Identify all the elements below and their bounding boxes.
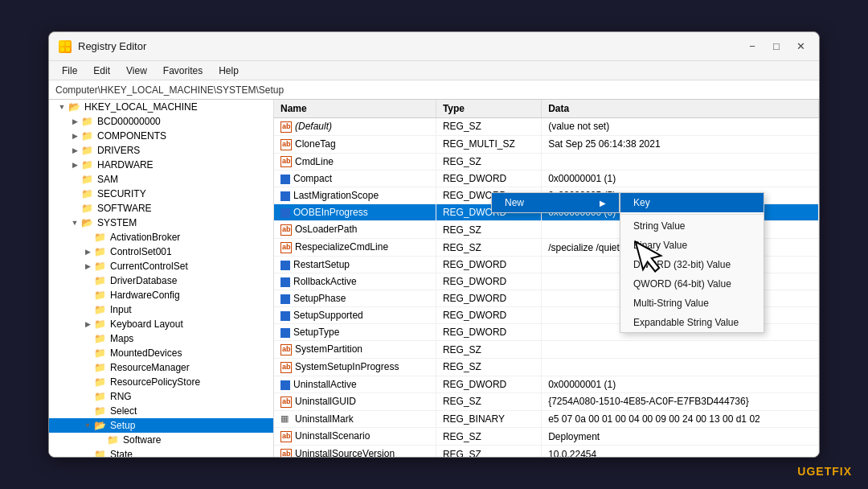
menu-edit[interactable]: Edit — [87, 64, 117, 78]
tree-item-maps[interactable]: Maps — [49, 331, 273, 346]
tree-item-activationbroker[interactable]: ActivationBroker — [49, 230, 273, 244]
tree-item-bcd[interactable]: ▶ BCD00000000 — [49, 114, 273, 129]
chevron-right-icon: ▶ — [81, 262, 94, 270]
table-row[interactable]: abUninstallSourceVersionREG_SZ10.0.22454 — [274, 446, 819, 457]
reg-value-data — [542, 153, 819, 171]
submenu-item-multi-string[interactable]: Multi-String Value — [620, 294, 764, 313]
tree-item-security[interactable]: SECURITY — [49, 187, 273, 201]
tree-item-system[interactable]: ▼ SYSTEM — [49, 216, 273, 230]
context-menu-item-new[interactable]: New ▶ — [492, 193, 619, 212]
registry-editor-window: Registry Editor − □ ✕ File Edit View Fav… — [48, 31, 820, 458]
tree-item-state[interactable]: State — [49, 447, 273, 457]
submenu-label-key: Key — [633, 197, 650, 208]
reg-value-type: REG_SZ — [436, 239, 541, 257]
submenu-item-dword-value[interactable]: DWORD (32-bit) Value — [620, 255, 764, 274]
table-row[interactable]: abCmdLineREG_SZ — [274, 153, 819, 171]
svg-rect-3 — [66, 47, 70, 51]
spacer-icon — [81, 378, 94, 386]
tree-item-keyboardlayout[interactable]: ▶ Keyboard Layout — [49, 317, 273, 331]
reg-value-name: SetupType — [274, 324, 436, 341]
reg-binary-icon: ▦ — [280, 413, 292, 425]
submenu-label-multi-string: Multi-String Value — [633, 298, 709, 309]
submenu-item-binary-value[interactable]: Binary Value — [620, 236, 764, 255]
reg-value-data: 0x00000001 (1) — [542, 376, 819, 392]
table-row[interactable]: ab(Default)REG_SZ(value not set) — [274, 118, 819, 136]
tree-item-hardwareconfig[interactable]: HardwareConfig — [49, 288, 273, 302]
maximize-button[interactable]: □ — [768, 38, 785, 55]
minimize-button[interactable]: − — [743, 38, 761, 55]
close-button[interactable]: ✕ — [792, 38, 809, 55]
tree-item-hardware[interactable]: ▶ HARDWARE — [49, 158, 273, 172]
table-row[interactable]: abUninstallGUIDREG_SZ{7254A080-1510-4E85… — [274, 392, 819, 410]
svg-rect-0 — [60, 42, 64, 46]
chevron-right-icon: ▶ — [81, 320, 94, 328]
tree-item-sam[interactable]: SAM — [49, 172, 273, 187]
menu-favorites[interactable]: Favorites — [157, 64, 209, 78]
folder-icon — [81, 130, 94, 142]
reg-value-type: REG_SZ — [436, 358, 541, 376]
tree-item-hklm[interactable]: ▼ HKEY_LOCAL_MACHINE — [49, 100, 273, 114]
tree-item-setup[interactable]: ▼ Setup — [49, 418, 273, 433]
table-row[interactable]: CompactREG_DWORD0x00000001 (1) — [274, 171, 819, 187]
reg-value-name: ab(Default) — [274, 118, 436, 136]
table-row[interactable]: abUninstallScenarioREG_SZDeployment — [274, 428, 819, 446]
submenu-item-string-value[interactable]: String Value — [620, 216, 764, 236]
tree-item-resourcemanager[interactable]: ResourceManager — [49, 360, 273, 375]
tree-item-software[interactable]: SOFTWARE — [49, 201, 273, 216]
reg-string-icon: ab — [280, 397, 292, 408]
tree-label-security: SECURITY — [97, 188, 146, 199]
reg-value-data: e5 07 0a 00 01 00 04 00 09 00 24 00 13 0… — [542, 410, 819, 428]
tree-item-drivers[interactable]: ▶ DRIVERS — [49, 143, 273, 158]
reg-value-name: SetupPhase — [274, 290, 436, 307]
reg-dword-icon — [280, 191, 290, 201]
table-row[interactable]: abSystemPartitionREG_SZ — [274, 341, 819, 359]
tree-item-software-sub[interactable]: Software — [49, 433, 273, 447]
tree-item-currentcontrolset[interactable]: ▶ CurrentControlSet — [49, 259, 273, 273]
folder-icon — [94, 318, 107, 330]
reg-value-name: RollbackActive — [274, 273, 436, 290]
reg-value-name: ▦UninstallMark — [274, 410, 436, 428]
table-row[interactable]: abSystemSetupInProgressREG_SZ — [274, 358, 819, 376]
table-row[interactable]: ▦UninstallMarkREG_BINARYe5 07 0a 00 01 0… — [274, 410, 819, 428]
folder-open-icon — [94, 420, 107, 431]
chevron-right-icon: ▶ — [68, 146, 81, 154]
menu-help[interactable]: Help — [212, 64, 245, 78]
folder-icon — [94, 333, 107, 344]
table-row[interactable]: abCloneTagREG_MULTI_SZSat Sep 25 06:14:3… — [274, 135, 819, 153]
reg-value-data: {7254A080-1510-4E85-AC0F-E7FB3D444736} — [542, 392, 819, 410]
reg-value-name: abCmdLine — [274, 153, 436, 171]
reg-string-icon: ab — [280, 139, 292, 150]
tree-label-resourcepolicystore: ResourcePolicyStore — [110, 376, 200, 388]
tree-item-components[interactable]: ▶ COMPONENTS — [49, 129, 273, 143]
submenu-item-key[interactable]: Key — [620, 193, 764, 212]
registry-tree[interactable]: ▼ HKEY_LOCAL_MACHINE ▶ BCD00000000 ▶ COM… — [49, 100, 274, 457]
folder-icon — [94, 405, 107, 417]
reg-string-icon: ab — [280, 344, 292, 355]
tree-label-setup: Setup — [110, 420, 135, 431]
tree-item-driverdatabase[interactable]: DriverDatabase — [49, 273, 273, 288]
tree-item-mounteddevices[interactable]: MountedDevices — [49, 346, 273, 360]
tree-label-keyboardlayout: Keyboard Layout — [110, 318, 183, 330]
spacer-icon — [81, 233, 94, 241]
reg-value-name: RestartSetup — [274, 257, 436, 273]
tree-item-select[interactable]: Select — [49, 404, 273, 418]
menu-file[interactable]: File — [55, 64, 84, 78]
table-row[interactable]: UninstallActiveREG_DWORD0x00000001 (1) — [274, 376, 819, 392]
folder-icon — [94, 290, 107, 301]
menu-view[interactable]: View — [120, 64, 154, 78]
spacer-icon — [68, 175, 81, 183]
reg-value-type: REG_BINARY — [436, 410, 541, 428]
reg-dword-icon — [280, 277, 290, 287]
window-title: Registry Editor — [78, 40, 743, 52]
folder-icon — [94, 275, 107, 286]
tree-label-controlset001: ControlSet001 — [110, 246, 172, 257]
tree-item-controlset001[interactable]: ▶ ControlSet001 — [49, 244, 273, 259]
reg-value-type: REG_DWORD — [436, 376, 541, 392]
submenu-item-expandable-string[interactable]: Expandable String Value — [620, 313, 764, 332]
tree-item-resourcepolicystore[interactable]: ResourcePolicyStore — [49, 375, 273, 389]
folder-icon — [94, 362, 107, 373]
tree-item-rng[interactable]: RNG — [49, 389, 273, 404]
folder-icon — [81, 145, 94, 156]
submenu-item-qword-value[interactable]: QWORD (64-bit) Value — [620, 274, 764, 294]
tree-item-input[interactable]: Input — [49, 302, 273, 317]
